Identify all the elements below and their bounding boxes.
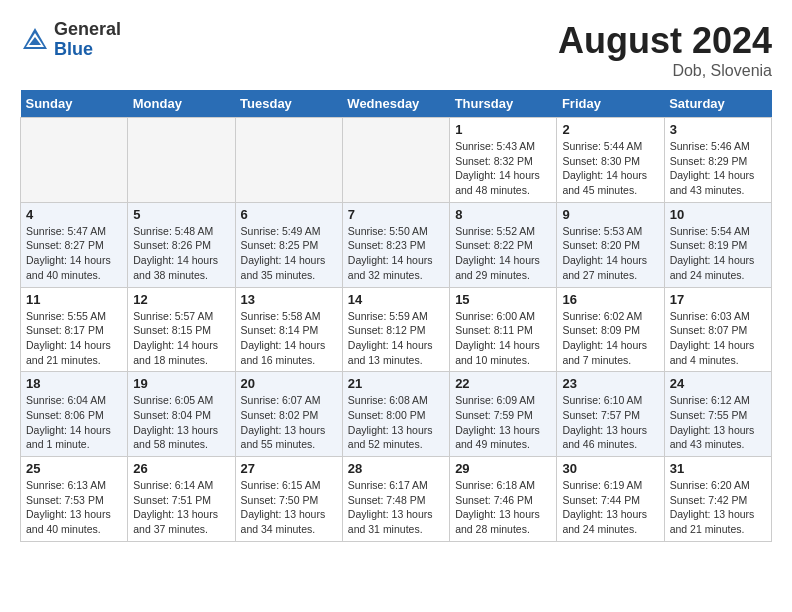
- day-number: 19: [133, 376, 229, 391]
- day-number: 21: [348, 376, 444, 391]
- calendar-body: 1Sunrise: 5:43 AMSunset: 8:32 PMDaylight…: [21, 118, 772, 542]
- day-detail: Sunrise: 5:59 AMSunset: 8:12 PMDaylight:…: [348, 309, 444, 368]
- calendar-week-row: 18Sunrise: 6:04 AMSunset: 8:06 PMDayligh…: [21, 372, 772, 457]
- day-detail: Sunrise: 5:55 AMSunset: 8:17 PMDaylight:…: [26, 309, 122, 368]
- calendar-cell: 31Sunrise: 6:20 AMSunset: 7:42 PMDayligh…: [664, 457, 771, 542]
- day-detail: Sunrise: 6:12 AMSunset: 7:55 PMDaylight:…: [670, 393, 766, 452]
- calendar-cell: 3Sunrise: 5:46 AMSunset: 8:29 PMDaylight…: [664, 118, 771, 203]
- calendar-cell: [128, 118, 235, 203]
- calendar-cell: 17Sunrise: 6:03 AMSunset: 8:07 PMDayligh…: [664, 287, 771, 372]
- day-number: 12: [133, 292, 229, 307]
- day-number: 28: [348, 461, 444, 476]
- day-detail: Sunrise: 6:14 AMSunset: 7:51 PMDaylight:…: [133, 478, 229, 537]
- day-detail: Sunrise: 6:08 AMSunset: 8:00 PMDaylight:…: [348, 393, 444, 452]
- calendar-cell: 4Sunrise: 5:47 AMSunset: 8:27 PMDaylight…: [21, 202, 128, 287]
- calendar-cell: 7Sunrise: 5:50 AMSunset: 8:23 PMDaylight…: [342, 202, 449, 287]
- calendar-cell: 9Sunrise: 5:53 AMSunset: 8:20 PMDaylight…: [557, 202, 664, 287]
- day-detail: Sunrise: 6:04 AMSunset: 8:06 PMDaylight:…: [26, 393, 122, 452]
- calendar-cell: 8Sunrise: 5:52 AMSunset: 8:22 PMDaylight…: [450, 202, 557, 287]
- day-detail: Sunrise: 6:00 AMSunset: 8:11 PMDaylight:…: [455, 309, 551, 368]
- day-detail: Sunrise: 5:43 AMSunset: 8:32 PMDaylight:…: [455, 139, 551, 198]
- calendar-week-row: 25Sunrise: 6:13 AMSunset: 7:53 PMDayligh…: [21, 457, 772, 542]
- logo-text: General Blue: [54, 20, 121, 60]
- day-number: 29: [455, 461, 551, 476]
- day-number: 13: [241, 292, 337, 307]
- calendar-table: SundayMondayTuesdayWednesdayThursdayFrid…: [20, 90, 772, 542]
- day-number: 25: [26, 461, 122, 476]
- day-number: 15: [455, 292, 551, 307]
- day-detail: Sunrise: 5:47 AMSunset: 8:27 PMDaylight:…: [26, 224, 122, 283]
- day-number: 10: [670, 207, 766, 222]
- day-number: 7: [348, 207, 444, 222]
- calendar-cell: 2Sunrise: 5:44 AMSunset: 8:30 PMDaylight…: [557, 118, 664, 203]
- day-detail: Sunrise: 6:09 AMSunset: 7:59 PMDaylight:…: [455, 393, 551, 452]
- day-detail: Sunrise: 6:02 AMSunset: 8:09 PMDaylight:…: [562, 309, 658, 368]
- day-detail: Sunrise: 6:10 AMSunset: 7:57 PMDaylight:…: [562, 393, 658, 452]
- weekday-header-saturday: Saturday: [664, 90, 771, 118]
- day-detail: Sunrise: 5:52 AMSunset: 8:22 PMDaylight:…: [455, 224, 551, 283]
- calendar-cell: 19Sunrise: 6:05 AMSunset: 8:04 PMDayligh…: [128, 372, 235, 457]
- calendar-cell: 26Sunrise: 6:14 AMSunset: 7:51 PMDayligh…: [128, 457, 235, 542]
- day-number: 23: [562, 376, 658, 391]
- day-detail: Sunrise: 6:20 AMSunset: 7:42 PMDaylight:…: [670, 478, 766, 537]
- day-number: 17: [670, 292, 766, 307]
- day-number: 11: [26, 292, 122, 307]
- weekday-header-wednesday: Wednesday: [342, 90, 449, 118]
- calendar-cell: 12Sunrise: 5:57 AMSunset: 8:15 PMDayligh…: [128, 287, 235, 372]
- calendar-cell: 22Sunrise: 6:09 AMSunset: 7:59 PMDayligh…: [450, 372, 557, 457]
- day-number: 2: [562, 122, 658, 137]
- day-number: 3: [670, 122, 766, 137]
- calendar-cell: [21, 118, 128, 203]
- day-detail: Sunrise: 6:19 AMSunset: 7:44 PMDaylight:…: [562, 478, 658, 537]
- month-year-title: August 2024: [558, 20, 772, 62]
- day-number: 26: [133, 461, 229, 476]
- calendar-cell: 14Sunrise: 5:59 AMSunset: 8:12 PMDayligh…: [342, 287, 449, 372]
- title-block: August 2024 Dob, Slovenia: [558, 20, 772, 80]
- day-detail: Sunrise: 6:03 AMSunset: 8:07 PMDaylight:…: [670, 309, 766, 368]
- calendar-cell: 24Sunrise: 6:12 AMSunset: 7:55 PMDayligh…: [664, 372, 771, 457]
- day-number: 24: [670, 376, 766, 391]
- calendar-week-row: 4Sunrise: 5:47 AMSunset: 8:27 PMDaylight…: [21, 202, 772, 287]
- day-number: 9: [562, 207, 658, 222]
- calendar-header: SundayMondayTuesdayWednesdayThursdayFrid…: [21, 90, 772, 118]
- weekday-header-row: SundayMondayTuesdayWednesdayThursdayFrid…: [21, 90, 772, 118]
- weekday-header-monday: Monday: [128, 90, 235, 118]
- logo-general-text: General: [54, 20, 121, 40]
- weekday-header-thursday: Thursday: [450, 90, 557, 118]
- calendar-cell: 10Sunrise: 5:54 AMSunset: 8:19 PMDayligh…: [664, 202, 771, 287]
- calendar-cell: [342, 118, 449, 203]
- day-detail: Sunrise: 6:17 AMSunset: 7:48 PMDaylight:…: [348, 478, 444, 537]
- day-number: 18: [26, 376, 122, 391]
- day-detail: Sunrise: 5:57 AMSunset: 8:15 PMDaylight:…: [133, 309, 229, 368]
- weekday-header-sunday: Sunday: [21, 90, 128, 118]
- day-number: 4: [26, 207, 122, 222]
- day-detail: Sunrise: 6:18 AMSunset: 7:46 PMDaylight:…: [455, 478, 551, 537]
- calendar-cell: 23Sunrise: 6:10 AMSunset: 7:57 PMDayligh…: [557, 372, 664, 457]
- day-number: 6: [241, 207, 337, 222]
- day-number: 22: [455, 376, 551, 391]
- calendar-cell: 25Sunrise: 6:13 AMSunset: 7:53 PMDayligh…: [21, 457, 128, 542]
- day-number: 16: [562, 292, 658, 307]
- calendar-cell: [235, 118, 342, 203]
- day-detail: Sunrise: 5:53 AMSunset: 8:20 PMDaylight:…: [562, 224, 658, 283]
- day-detail: Sunrise: 6:13 AMSunset: 7:53 PMDaylight:…: [26, 478, 122, 537]
- day-detail: Sunrise: 5:49 AMSunset: 8:25 PMDaylight:…: [241, 224, 337, 283]
- weekday-header-tuesday: Tuesday: [235, 90, 342, 118]
- calendar-cell: 13Sunrise: 5:58 AMSunset: 8:14 PMDayligh…: [235, 287, 342, 372]
- logo-icon: [20, 25, 50, 55]
- day-number: 5: [133, 207, 229, 222]
- calendar-cell: 20Sunrise: 6:07 AMSunset: 8:02 PMDayligh…: [235, 372, 342, 457]
- day-number: 14: [348, 292, 444, 307]
- calendar-cell: 29Sunrise: 6:18 AMSunset: 7:46 PMDayligh…: [450, 457, 557, 542]
- calendar-week-row: 11Sunrise: 5:55 AMSunset: 8:17 PMDayligh…: [21, 287, 772, 372]
- calendar-cell: 5Sunrise: 5:48 AMSunset: 8:26 PMDaylight…: [128, 202, 235, 287]
- weekday-header-friday: Friday: [557, 90, 664, 118]
- calendar-cell: 6Sunrise: 5:49 AMSunset: 8:25 PMDaylight…: [235, 202, 342, 287]
- logo: General Blue: [20, 20, 121, 60]
- day-number: 8: [455, 207, 551, 222]
- calendar-cell: 16Sunrise: 6:02 AMSunset: 8:09 PMDayligh…: [557, 287, 664, 372]
- calendar-cell: 1Sunrise: 5:43 AMSunset: 8:32 PMDaylight…: [450, 118, 557, 203]
- day-number: 31: [670, 461, 766, 476]
- day-detail: Sunrise: 5:48 AMSunset: 8:26 PMDaylight:…: [133, 224, 229, 283]
- day-detail: Sunrise: 6:05 AMSunset: 8:04 PMDaylight:…: [133, 393, 229, 452]
